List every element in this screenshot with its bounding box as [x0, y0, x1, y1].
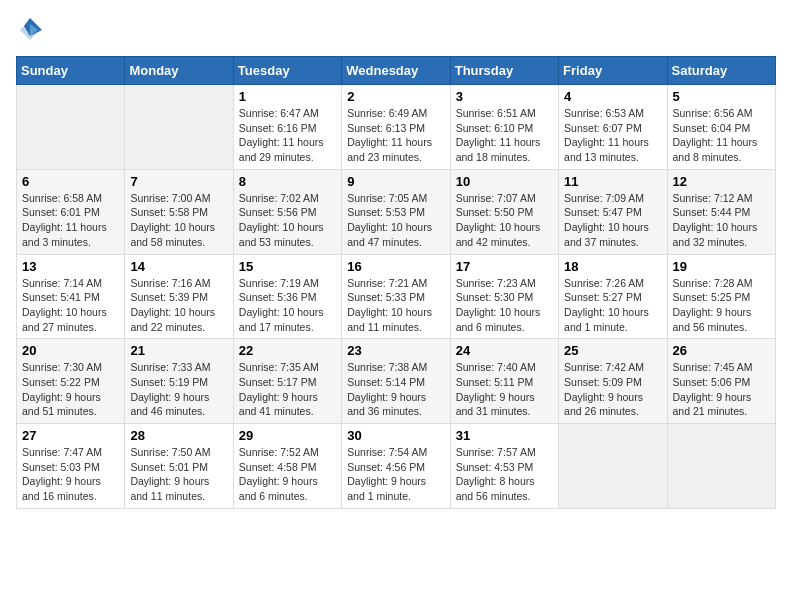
calendar-cell: 14 Sunrise: 7:16 AM Sunset: 5:39 PM Dayl…	[125, 254, 233, 339]
calendar-week-2: 6 Sunrise: 6:58 AM Sunset: 6:01 PM Dayli…	[17, 169, 776, 254]
calendar-cell: 1 Sunrise: 6:47 AM Sunset: 6:16 PM Dayli…	[233, 85, 341, 170]
day-info: Sunrise: 7:21 AM Sunset: 5:33 PM Dayligh…	[347, 276, 444, 335]
day-number: 15	[239, 259, 336, 274]
day-number: 2	[347, 89, 444, 104]
day-info: Sunrise: 7:07 AM Sunset: 5:50 PM Dayligh…	[456, 191, 553, 250]
day-number: 29	[239, 428, 336, 443]
day-info: Sunrise: 7:30 AM Sunset: 5:22 PM Dayligh…	[22, 360, 119, 419]
day-info: Sunrise: 6:56 AM Sunset: 6:04 PM Dayligh…	[673, 106, 770, 165]
calendar-cell: 9 Sunrise: 7:05 AM Sunset: 5:53 PM Dayli…	[342, 169, 450, 254]
day-number: 18	[564, 259, 661, 274]
day-info: Sunrise: 7:33 AM Sunset: 5:19 PM Dayligh…	[130, 360, 227, 419]
day-info: Sunrise: 7:40 AM Sunset: 5:11 PM Dayligh…	[456, 360, 553, 419]
day-number: 28	[130, 428, 227, 443]
weekday-header-friday: Friday	[559, 57, 667, 85]
calendar-cell: 19 Sunrise: 7:28 AM Sunset: 5:25 PM Dayl…	[667, 254, 775, 339]
weekday-header-wednesday: Wednesday	[342, 57, 450, 85]
calendar-cell: 15 Sunrise: 7:19 AM Sunset: 5:36 PM Dayl…	[233, 254, 341, 339]
logo-icon	[16, 16, 44, 44]
day-info: Sunrise: 7:52 AM Sunset: 4:58 PM Dayligh…	[239, 445, 336, 504]
calendar-cell: 2 Sunrise: 6:49 AM Sunset: 6:13 PM Dayli…	[342, 85, 450, 170]
day-info: Sunrise: 7:28 AM Sunset: 5:25 PM Dayligh…	[673, 276, 770, 335]
calendar-cell	[125, 85, 233, 170]
calendar-cell: 3 Sunrise: 6:51 AM Sunset: 6:10 PM Dayli…	[450, 85, 558, 170]
day-info: Sunrise: 6:53 AM Sunset: 6:07 PM Dayligh…	[564, 106, 661, 165]
day-info: Sunrise: 7:12 AM Sunset: 5:44 PM Dayligh…	[673, 191, 770, 250]
day-number: 11	[564, 174, 661, 189]
calendar-week-4: 20 Sunrise: 7:30 AM Sunset: 5:22 PM Dayl…	[17, 339, 776, 424]
day-info: Sunrise: 7:45 AM Sunset: 5:06 PM Dayligh…	[673, 360, 770, 419]
day-number: 1	[239, 89, 336, 104]
calendar-cell: 28 Sunrise: 7:50 AM Sunset: 5:01 PM Dayl…	[125, 424, 233, 509]
day-info: Sunrise: 7:26 AM Sunset: 5:27 PM Dayligh…	[564, 276, 661, 335]
day-info: Sunrise: 6:47 AM Sunset: 6:16 PM Dayligh…	[239, 106, 336, 165]
day-number: 14	[130, 259, 227, 274]
day-number: 26	[673, 343, 770, 358]
day-number: 8	[239, 174, 336, 189]
day-info: Sunrise: 7:00 AM Sunset: 5:58 PM Dayligh…	[130, 191, 227, 250]
calendar-cell: 10 Sunrise: 7:07 AM Sunset: 5:50 PM Dayl…	[450, 169, 558, 254]
calendar-table: SundayMondayTuesdayWednesdayThursdayFrid…	[16, 56, 776, 509]
day-number: 4	[564, 89, 661, 104]
day-number: 23	[347, 343, 444, 358]
day-info: Sunrise: 6:49 AM Sunset: 6:13 PM Dayligh…	[347, 106, 444, 165]
day-info: Sunrise: 7:14 AM Sunset: 5:41 PM Dayligh…	[22, 276, 119, 335]
page-header	[16, 16, 776, 44]
weekday-header-row: SundayMondayTuesdayWednesdayThursdayFrid…	[17, 57, 776, 85]
day-info: Sunrise: 7:02 AM Sunset: 5:56 PM Dayligh…	[239, 191, 336, 250]
day-info: Sunrise: 7:47 AM Sunset: 5:03 PM Dayligh…	[22, 445, 119, 504]
calendar-cell: 13 Sunrise: 7:14 AM Sunset: 5:41 PM Dayl…	[17, 254, 125, 339]
calendar-cell: 29 Sunrise: 7:52 AM Sunset: 4:58 PM Dayl…	[233, 424, 341, 509]
weekday-header-thursday: Thursday	[450, 57, 558, 85]
day-number: 16	[347, 259, 444, 274]
day-number: 30	[347, 428, 444, 443]
day-info: Sunrise: 7:23 AM Sunset: 5:30 PM Dayligh…	[456, 276, 553, 335]
calendar-cell: 16 Sunrise: 7:21 AM Sunset: 5:33 PM Dayl…	[342, 254, 450, 339]
calendar-cell: 7 Sunrise: 7:00 AM Sunset: 5:58 PM Dayli…	[125, 169, 233, 254]
calendar-cell: 27 Sunrise: 7:47 AM Sunset: 5:03 PM Dayl…	[17, 424, 125, 509]
calendar-cell: 5 Sunrise: 6:56 AM Sunset: 6:04 PM Dayli…	[667, 85, 775, 170]
calendar-cell: 21 Sunrise: 7:33 AM Sunset: 5:19 PM Dayl…	[125, 339, 233, 424]
day-number: 22	[239, 343, 336, 358]
day-info: Sunrise: 7:19 AM Sunset: 5:36 PM Dayligh…	[239, 276, 336, 335]
day-number: 21	[130, 343, 227, 358]
calendar-week-3: 13 Sunrise: 7:14 AM Sunset: 5:41 PM Dayl…	[17, 254, 776, 339]
day-number: 10	[456, 174, 553, 189]
calendar-cell	[559, 424, 667, 509]
day-number: 13	[22, 259, 119, 274]
calendar-cell: 11 Sunrise: 7:09 AM Sunset: 5:47 PM Dayl…	[559, 169, 667, 254]
calendar-cell: 22 Sunrise: 7:35 AM Sunset: 5:17 PM Dayl…	[233, 339, 341, 424]
calendar-week-5: 27 Sunrise: 7:47 AM Sunset: 5:03 PM Dayl…	[17, 424, 776, 509]
calendar-cell	[17, 85, 125, 170]
day-info: Sunrise: 7:38 AM Sunset: 5:14 PM Dayligh…	[347, 360, 444, 419]
day-info: Sunrise: 7:05 AM Sunset: 5:53 PM Dayligh…	[347, 191, 444, 250]
calendar-cell: 26 Sunrise: 7:45 AM Sunset: 5:06 PM Dayl…	[667, 339, 775, 424]
day-number: 6	[22, 174, 119, 189]
day-number: 17	[456, 259, 553, 274]
calendar-cell: 30 Sunrise: 7:54 AM Sunset: 4:56 PM Dayl…	[342, 424, 450, 509]
day-number: 25	[564, 343, 661, 358]
calendar-cell: 23 Sunrise: 7:38 AM Sunset: 5:14 PM Dayl…	[342, 339, 450, 424]
calendar-cell: 12 Sunrise: 7:12 AM Sunset: 5:44 PM Dayl…	[667, 169, 775, 254]
calendar-cell: 17 Sunrise: 7:23 AM Sunset: 5:30 PM Dayl…	[450, 254, 558, 339]
calendar-week-1: 1 Sunrise: 6:47 AM Sunset: 6:16 PM Dayli…	[17, 85, 776, 170]
weekday-header-tuesday: Tuesday	[233, 57, 341, 85]
day-info: Sunrise: 6:58 AM Sunset: 6:01 PM Dayligh…	[22, 191, 119, 250]
calendar-cell: 8 Sunrise: 7:02 AM Sunset: 5:56 PM Dayli…	[233, 169, 341, 254]
day-info: Sunrise: 7:57 AM Sunset: 4:53 PM Dayligh…	[456, 445, 553, 504]
day-number: 5	[673, 89, 770, 104]
day-number: 9	[347, 174, 444, 189]
weekday-header-saturday: Saturday	[667, 57, 775, 85]
weekday-header-monday: Monday	[125, 57, 233, 85]
day-number: 7	[130, 174, 227, 189]
day-info: Sunrise: 7:54 AM Sunset: 4:56 PM Dayligh…	[347, 445, 444, 504]
calendar-cell: 18 Sunrise: 7:26 AM Sunset: 5:27 PM Dayl…	[559, 254, 667, 339]
logo	[16, 16, 48, 44]
day-number: 20	[22, 343, 119, 358]
calendar-cell: 24 Sunrise: 7:40 AM Sunset: 5:11 PM Dayl…	[450, 339, 558, 424]
day-number: 24	[456, 343, 553, 358]
calendar-cell: 4 Sunrise: 6:53 AM Sunset: 6:07 PM Dayli…	[559, 85, 667, 170]
calendar-cell	[667, 424, 775, 509]
day-info: Sunrise: 6:51 AM Sunset: 6:10 PM Dayligh…	[456, 106, 553, 165]
day-number: 19	[673, 259, 770, 274]
